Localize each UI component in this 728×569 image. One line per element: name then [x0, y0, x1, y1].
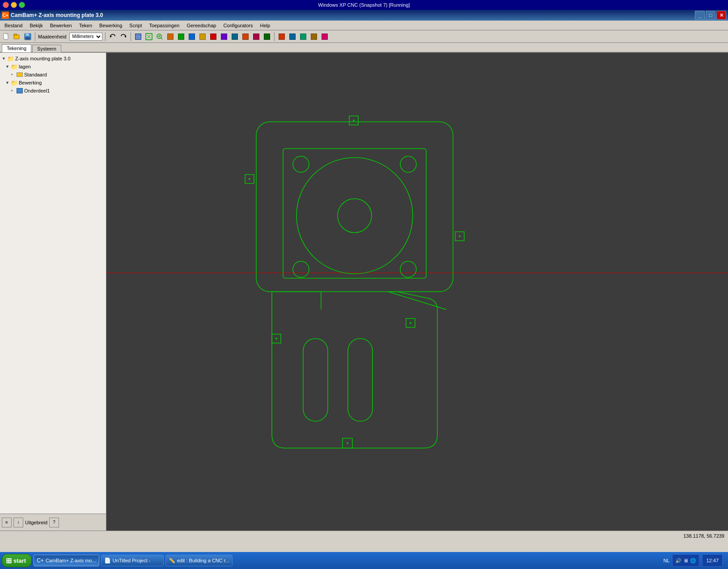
redo-button[interactable]: [119, 32, 128, 41]
start-icon: ⊞: [6, 556, 12, 565]
tray-area: 🔊 🖥 🌐: [672, 554, 699, 567]
tabs-bar: Tekening Systeem: [0, 43, 728, 53]
snap-button[interactable]: [166, 32, 175, 41]
svg-point-33: [249, 178, 250, 180]
menu-bestand[interactable]: Bestand: [1, 22, 26, 29]
svg-rect-6: [25, 37, 30, 39]
rotate-button[interactable]: [252, 32, 261, 41]
os-title-bar: Windows XP CNC (Snapshot 7) [Running]: [0, 0, 728, 10]
expand-icon-onderdeel1: +: [11, 89, 16, 93]
help-button[interactable]: ?: [49, 518, 59, 527]
window-controls[interactable]: _ □ ✕: [695, 11, 726, 20]
tree-bewerking[interactable]: ▼ 📁 Bewerking: [2, 79, 104, 87]
expand-icon-standaard: +: [11, 72, 16, 77]
taskbar-btn2-label: UnTitled Project -: [113, 558, 151, 563]
open-button[interactable]: [13, 32, 21, 41]
close-button[interactable]: ✕: [716, 11, 726, 20]
menu-help[interactable]: Help: [256, 22, 274, 29]
tree-bewerking-label: Bewerking: [19, 80, 42, 85]
start-button[interactable]: ⊞ start: [2, 554, 32, 567]
select-button[interactable]: [198, 32, 207, 41]
svg-point-18: [296, 158, 413, 274]
tab-systeem[interactable]: Systeem: [32, 45, 61, 52]
menu-toepassingen[interactable]: Toepassingen: [145, 22, 183, 29]
mill-button[interactable]: [277, 32, 286, 41]
status-bar: 138.1178, 56.7239: [0, 531, 728, 540]
zoom-extents-button[interactable]: [144, 32, 153, 41]
tab-tekening[interactable]: Tekening: [2, 44, 31, 52]
menu-bewerken[interactable]: Bewerken: [47, 22, 76, 29]
svg-line-15: [161, 38, 162, 39]
restore-button[interactable]: □: [706, 11, 715, 20]
save-button[interactable]: [23, 32, 32, 41]
tree-root[interactable]: ▼ 📁 Z-axis mounting plate 3.0: [2, 55, 104, 63]
tree-root-label: Z-axis mounting plate 3.0: [15, 56, 71, 61]
clock-time: 12:47: [706, 558, 719, 563]
unit-select[interactable]: Millimeters Inches: [69, 33, 102, 41]
svg-point-22: [293, 261, 309, 278]
window-controls-left[interactable]: [3, 2, 25, 8]
engrave-button[interactable]: [320, 32, 329, 41]
profile-button[interactable]: [309, 32, 318, 41]
menu-teken[interactable]: Teken: [76, 22, 96, 29]
expand-icon-root: ▼: [2, 56, 7, 61]
menu-bewerking[interactable]: Bewerking: [96, 22, 126, 29]
layer-button[interactable]: [177, 32, 186, 41]
mirror-button[interactable]: [241, 32, 250, 41]
taskbar-btn2-icon: 📄: [104, 557, 111, 564]
menu-bar: Bestand Bekijk Bewerken Teken Bewerking …: [0, 21, 728, 30]
folder-icon-bewerking: 📁: [11, 79, 18, 86]
svg-point-21: [400, 156, 416, 173]
svg-line-25: [388, 292, 446, 310]
tree-lagen[interactable]: ▼ 📁 lagen: [2, 63, 104, 71]
delete-button[interactable]: [209, 32, 218, 41]
copy-button[interactable]: [230, 32, 239, 41]
canvas-area[interactable]: [106, 53, 728, 531]
menu-bekijk[interactable]: Bekijk: [26, 22, 46, 29]
undo-button[interactable]: [108, 32, 117, 41]
taskbar-untitled[interactable]: 📄 UnTitled Project -: [101, 555, 164, 566]
close-btn-mac[interactable]: [3, 2, 9, 8]
menu-script[interactable]: Script: [126, 22, 145, 29]
unit-label: Maateenheid: [38, 34, 67, 39]
move-button[interactable]: [220, 32, 229, 41]
sort-button[interactable]: ↕: [13, 518, 23, 527]
menu-configurators[interactable]: Configurators: [220, 22, 256, 29]
draw-button[interactable]: [187, 32, 196, 41]
speaker-icon: 🌐: [690, 558, 696, 564]
minimize-button[interactable]: _: [695, 11, 705, 20]
tree-onderdeel1[interactable]: + Onderdeel1: [2, 87, 104, 95]
mounting-plate-outline: [245, 116, 464, 448]
svg-point-19: [338, 199, 372, 233]
properties-button[interactable]: ≡: [2, 518, 12, 527]
svg-point-41: [347, 443, 348, 444]
clock-icon: 🖥: [683, 558, 688, 563]
lang-indicator: NL: [663, 558, 669, 563]
app-title-text: CamBam+ Z-axis mounting plate 3.0: [11, 12, 103, 18]
svg-point-31: [353, 120, 355, 122]
folder-icon-root: 📁: [7, 55, 14, 62]
toolbar: Maateenheid Millimeters Inches: [0, 30, 728, 43]
taskbar-edit[interactable]: ✏️ edit : Building a CNC r...: [165, 555, 233, 566]
zoom-in-button[interactable]: [155, 32, 164, 41]
pocket-button[interactable]: [299, 32, 308, 41]
new-button[interactable]: [2, 32, 11, 41]
tree-standaard[interactable]: + Standaard: [2, 71, 104, 79]
app-title-bar: C+ CamBam+ Z-axis mounting plate 3.0 _ □…: [0, 10, 728, 21]
grid-button[interactable]: [134, 32, 143, 41]
sidebar: ▼ 📁 Z-axis mounting plate 3.0 ▼ 📁 lagen …: [0, 53, 106, 531]
status-coords: 138.1178, 56.7239: [683, 533, 724, 539]
max-btn-mac[interactable]: [19, 2, 25, 8]
start-label: start: [13, 557, 26, 564]
taskbar: ⊞ start C+ CamBam+ Z-axis mo... 📄 UnTitl…: [0, 552, 728, 569]
min-btn-mac[interactable]: [11, 2, 17, 8]
taskbar-cambam[interactable]: C+ CamBam+ Z-axis mo...: [34, 555, 99, 566]
toolbar-separator-3: [131, 32, 131, 41]
drill-button[interactable]: [288, 32, 297, 41]
network-icon: 🔊: [675, 558, 681, 564]
expand-icon-lagen: ▼: [5, 64, 11, 69]
scale-button[interactable]: [262, 32, 271, 41]
main-container: ▼ 📁 Z-axis mounting plate 3.0 ▼ 📁 lagen …: [0, 53, 728, 531]
menu-gereedschap[interactable]: Gereedschap: [183, 22, 220, 29]
svg-point-35: [459, 236, 461, 237]
